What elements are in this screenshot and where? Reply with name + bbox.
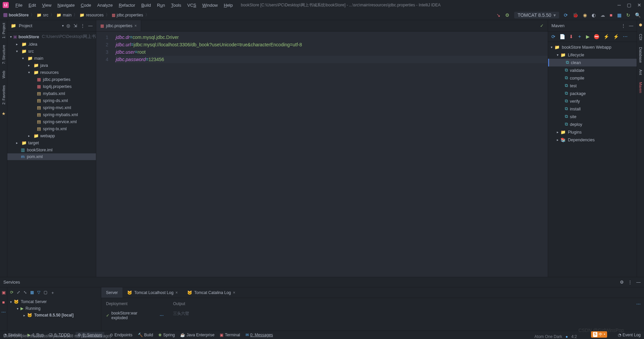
rerun-icon[interactable]: ⟳	[10, 290, 13, 296]
tree-target[interactable]: ▸📁target	[7, 139, 96, 146]
inspection-ok-icon[interactable]: ✓	[536, 20, 548, 31]
tree-springds[interactable]: ▤spring-ds.xml	[7, 97, 96, 104]
tab-cdi[interactable]: CDI	[639, 34, 643, 40]
stab-server[interactable]: Server	[101, 287, 122, 298]
chevron-down-icon[interactable]: ▾	[62, 24, 64, 28]
tree-idea[interactable]: ▸📁.idea	[7, 41, 96, 48]
tree-springservice[interactable]: ▤spring-service.xml	[7, 118, 96, 125]
maven-deps[interactable]: ▸📚Dependencies	[548, 136, 637, 144]
service-tomcat[interactable]: ▾🐱Tomcat Server	[10, 298, 98, 305]
maven-hide-icon[interactable]: —	[629, 23, 633, 28]
maven-install[interactable]: ⧉install	[548, 105, 637, 113]
maven-settings-icon[interactable]: ⋮	[621, 23, 626, 28]
locate-icon[interactable]: ◎	[66, 23, 70, 28]
tree-springmvc[interactable]: ▤spring-mvc.xml	[7, 104, 96, 111]
concurrency-icon[interactable]: ☁	[600, 12, 605, 18]
output-more-icon[interactable]: ⋯	[636, 301, 641, 306]
maven-root[interactable]: ▾📁bookStore Maven Webapp	[548, 43, 637, 51]
tab-favorites[interactable]: 2: Favorites	[2, 85, 6, 104]
thunder-icon[interactable]: ⚡	[613, 34, 619, 39]
maven-package[interactable]: ⧉package	[548, 90, 637, 97]
bottom-eventlog[interactable]: ◔ Event Log	[618, 333, 641, 337]
reload-icon[interactable]: ⟳	[551, 34, 555, 39]
maven-site[interactable]: ⧉site	[548, 113, 637, 120]
bottom-je[interactable]: ☕ Java Enterprise	[180, 333, 214, 337]
tab-ant[interactable]: Ant	[639, 69, 643, 75]
tree-jdbc[interactable]: ▦jdbc.properties	[7, 76, 96, 83]
tab-project[interactable]: 1: Project	[2, 23, 6, 38]
tree-springmybatis[interactable]: ▤spring-mybatis.xml	[7, 111, 96, 118]
service-instance[interactable]: ▸🐱Tomcat 8.5.50 [local]	[10, 312, 98, 319]
menu-help[interactable]: Help	[221, 1, 235, 9]
update-icon[interactable]: ↻	[626, 12, 630, 18]
tab-web[interactable]: Web	[2, 71, 6, 78]
play-icon[interactable]: ▶	[586, 34, 590, 39]
tree-root[interactable]: ▾▣bookStoreC:\Users\PC\Desktop\网上书	[7, 33, 96, 41]
maven-compile[interactable]: ⧉compile	[548, 74, 637, 82]
bottom-spring[interactable]: ❀ Spring	[158, 333, 175, 337]
breadcrumb-resources[interactable]: 📁resources	[79, 13, 104, 17]
bottom-build[interactable]: 🔨 Build	[138, 333, 153, 337]
menu-code[interactable]: Code	[78, 1, 94, 9]
bottom-messages[interactable]: ✉ 0: Messages	[246, 333, 273, 337]
services-gear-icon[interactable]: ⚙	[620, 280, 624, 285]
services-filter-icon[interactable]: ▣	[2, 290, 6, 295]
grid-icon[interactable]: ▦	[30, 290, 34, 296]
menu-view[interactable]: View	[39, 1, 54, 9]
maven-deploy[interactable]: ⧉deploy	[548, 120, 637, 128]
tree-pom[interactable]: mpom.xml	[7, 153, 96, 160]
tree-resources[interactable]: ▾📁resources	[7, 69, 96, 76]
ime-badge[interactable]: S 中 •	[591, 331, 607, 338]
collapse-all-icon[interactable]: ⤡	[23, 290, 27, 296]
menu-file[interactable]: File	[13, 1, 25, 9]
search-icon[interactable]: 🔍	[635, 12, 641, 18]
git-icon[interactable]: ▦	[617, 12, 622, 18]
breadcrumb-file[interactable]: ▦jdbc.properties	[112, 13, 143, 17]
code-editor[interactable]: 1234 jdbc.dr=com.mysql.jdbc.Driver jdbc.…	[96, 32, 548, 277]
more-icon[interactable]: ⋯	[623, 34, 628, 39]
minimize-button[interactable]: ─	[618, 2, 621, 8]
maven-clean[interactable]: ⧉clean	[548, 59, 637, 66]
cdi-icon[interactable]: ⬢	[639, 23, 642, 27]
maven-lifecycle[interactable]: ▾📁Lifecycle	[548, 51, 637, 59]
breadcrumb-bookstore[interactable]: bookStore	[3, 13, 29, 17]
menu-navigate[interactable]: Navigate	[55, 1, 77, 9]
services-dots-icon[interactable]: ⋯	[1, 309, 6, 314]
profile-icon[interactable]: ◐	[592, 12, 596, 18]
download-icon[interactable]: ⬇	[569, 34, 573, 39]
maximize-button[interactable]: ▢	[627, 2, 631, 8]
tree-src[interactable]: ▾📁src	[7, 48, 96, 55]
maven-verify[interactable]: ⧉verify	[548, 97, 637, 105]
tab-structure[interactable]: 7: Structure	[2, 45, 6, 64]
tree-iml[interactable]: ▥bookStore.iml	[7, 146, 96, 153]
skip-icon[interactable]: ⛔	[594, 34, 599, 39]
deploy-more-icon[interactable]: ⋯	[160, 313, 164, 318]
bottom-terminal[interactable]: ▣ Terminal	[220, 333, 240, 337]
menu-edit[interactable]: Edit	[26, 1, 39, 9]
tab-maven[interactable]: Maven	[639, 82, 643, 93]
refresh-icon[interactable]: ⟳	[564, 12, 568, 18]
run-config-icon[interactable]: ⚙	[505, 12, 509, 18]
breadcrumb-src[interactable]: 📁src	[37, 13, 48, 17]
tree-log4j[interactable]: ▦log4j.properties	[7, 83, 96, 90]
hide-icon[interactable]: —	[88, 23, 93, 28]
maven-validate[interactable]: ⧉validate	[548, 66, 637, 74]
services-hide-icon[interactable]: —	[636, 280, 641, 285]
tree-main[interactable]: ▾📁main	[7, 55, 96, 62]
tree-mybatis[interactable]: ▤mybatis.xml	[7, 90, 96, 97]
tree-springtx[interactable]: ▤spring-tx.xml	[7, 125, 96, 132]
new-icon[interactable]: ▢	[44, 290, 47, 296]
services-stop-icon[interactable]: ■	[2, 300, 5, 305]
filter-icon[interactable]: ▽	[37, 290, 40, 296]
star-icon[interactable]: ★	[2, 111, 6, 116]
close-button[interactable]: ✕	[637, 2, 641, 8]
add-icon[interactable]: ＋	[577, 34, 582, 40]
menu-analyze[interactable]: Analyze	[95, 1, 115, 9]
bottom-endpoints[interactable]: ⊙ Endpoints	[110, 333, 132, 337]
expand-icon[interactable]: ⤢	[17, 290, 20, 296]
tree-java[interactable]: ▸📁java	[7, 62, 96, 69]
tab-database[interactable]: Database	[639, 47, 643, 63]
build-icon[interactable]: ↘	[496, 12, 500, 18]
menu-vcs[interactable]: VCS	[184, 1, 199, 9]
maven-test[interactable]: ⧉test	[548, 82, 637, 90]
